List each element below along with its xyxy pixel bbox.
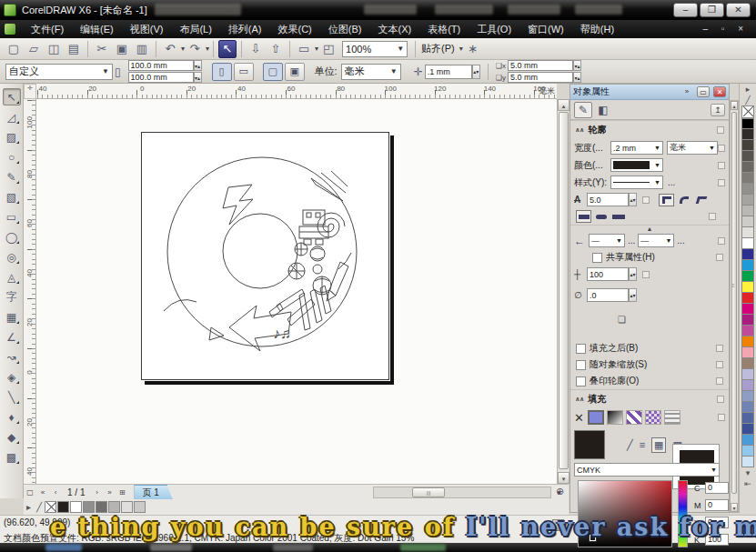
color-swatch[interactable] bbox=[741, 282, 754, 293]
drawing-canvas[interactable]: ♪♫ bbox=[36, 99, 557, 484]
uniform-fill-button[interactable] bbox=[588, 410, 604, 425]
pattern-fill-button[interactable] bbox=[626, 410, 642, 425]
outline-color-combo[interactable]: ▼ bbox=[610, 158, 663, 172]
text-tool[interactable]: 字 bbox=[3, 288, 21, 306]
extended-cap-button[interactable] bbox=[610, 210, 626, 223]
color-swatch[interactable] bbox=[741, 129, 754, 140]
snap-dropdown[interactable]: ▾ bbox=[459, 45, 463, 53]
duplicate-x-field[interactable]: 5.0 mm bbox=[508, 60, 573, 71]
docker-close-button[interactable]: ✕ bbox=[713, 86, 726, 97]
menu-b[interactable]: 位图(B) bbox=[320, 20, 370, 39]
redo-dropdown[interactable]: ▾ bbox=[206, 45, 209, 53]
color-swatch[interactable] bbox=[741, 238, 754, 249]
minimize-button[interactable]: – bbox=[673, 3, 698, 17]
stretch-stepper[interactable]: ▴▾ bbox=[629, 267, 637, 281]
page-height-field[interactable]: 100.0 mm bbox=[128, 72, 194, 83]
open-button[interactable]: ▱ bbox=[25, 40, 43, 58]
round-cap-button[interactable] bbox=[593, 210, 609, 223]
connector-tool[interactable]: ↝ bbox=[3, 348, 21, 366]
fountain-fill-button[interactable] bbox=[607, 410, 623, 425]
color-swatch[interactable] bbox=[741, 249, 754, 260]
freehand-tool[interactable]: ✎ bbox=[3, 168, 21, 186]
end-arrowhead-more[interactable]: ... bbox=[677, 236, 684, 246]
bevel-corner-button[interactable] bbox=[693, 194, 709, 206]
zoom-tool[interactable]: ○ bbox=[3, 148, 21, 166]
color-swatch[interactable] bbox=[741, 227, 754, 238]
outline-width-combo[interactable]: .2 mm▼ bbox=[610, 141, 663, 155]
outline-style-combo[interactable]: ▼ bbox=[610, 176, 663, 189]
palette-eyedropper-icon[interactable]: ╱ bbox=[740, 95, 756, 105]
portrait-button[interactable]: ▯ bbox=[212, 63, 232, 81]
color-swatch[interactable] bbox=[96, 501, 107, 513]
scroll-up-button[interactable]: ▴ bbox=[558, 99, 570, 111]
color-swatch[interactable] bbox=[741, 380, 754, 391]
units-combo[interactable]: 毫米 ▼ bbox=[341, 64, 401, 80]
docker-scrollbar[interactable]: ▴ ≡ ▾ bbox=[730, 100, 739, 513]
pan-zoom-icon[interactable]: ⊕ bbox=[556, 486, 564, 497]
palette-scroll-down-icon[interactable]: ▾ bbox=[740, 467, 756, 478]
vertical-scroll-thumb[interactable] bbox=[559, 112, 569, 469]
paste-button[interactable]: ▥ bbox=[133, 40, 151, 58]
palette-flyout-icon[interactable]: ▸ bbox=[740, 84, 756, 95]
color-swatch[interactable] bbox=[741, 118, 754, 129]
angle-field[interactable]: .0 bbox=[587, 288, 629, 302]
color-swatch[interactable] bbox=[741, 369, 754, 380]
smart-fill-tool[interactable]: ▧ bbox=[3, 188, 21, 206]
undo-dropdown[interactable]: ▾ bbox=[181, 45, 185, 53]
menu-x[interactable]: 文本(X) bbox=[369, 20, 419, 39]
channel-value-field[interactable]: 0 bbox=[705, 482, 729, 494]
mini-checkbox[interactable] bbox=[717, 396, 724, 403]
outline-section-header[interactable]: ∧∧ 轮廓 bbox=[570, 120, 729, 139]
round-corner-button[interactable] bbox=[676, 194, 691, 206]
color-swatch[interactable] bbox=[121, 501, 133, 513]
docker-collapse-icon[interactable]: » bbox=[680, 86, 693, 97]
duplicate-y-field[interactable]: 5.0 mm bbox=[508, 72, 573, 83]
angle-stepper[interactable]: ▴▾ bbox=[629, 288, 637, 302]
menu-l[interactable]: 布局(L) bbox=[171, 20, 219, 39]
menu-c[interactable]: 效果(C) bbox=[270, 20, 320, 39]
style-more-button[interactable]: ... bbox=[668, 177, 675, 187]
mini-checkbox[interactable] bbox=[716, 361, 723, 368]
duplicate-y-stepper[interactable]: ▾▴ bbox=[573, 72, 581, 83]
color-swatch[interactable] bbox=[741, 162, 754, 173]
color-swatch[interactable] bbox=[741, 402, 754, 413]
menu-o[interactable]: 工具(O) bbox=[469, 20, 519, 39]
restore-button[interactable]: ❐ bbox=[700, 3, 724, 17]
color-swatch[interactable] bbox=[741, 347, 754, 358]
last-page-button[interactable]: » bbox=[103, 487, 116, 498]
menu-f[interactable]: 文件(F) bbox=[23, 20, 72, 39]
color-swatch[interactable] bbox=[70, 501, 82, 513]
fill-eyedropper-icon[interactable]: ╱ bbox=[627, 439, 633, 451]
document-window-controls[interactable]: – ▫ × bbox=[702, 24, 749, 34]
add-page-button[interactable]: ⊞ bbox=[116, 487, 128, 498]
color-swatch[interactable] bbox=[741, 424, 754, 435]
outline-pen-tool[interactable]: ♦ bbox=[3, 408, 21, 426]
mini-checkbox[interactable] bbox=[718, 162, 725, 169]
color-eyedropper-tool[interactable]: ╲ bbox=[3, 388, 21, 406]
start-arrowhead-combo[interactable]: —▼ bbox=[589, 234, 625, 247]
save-button[interactable]: ◫ bbox=[45, 40, 63, 58]
color-swatch[interactable] bbox=[741, 195, 754, 206]
docker-scroll-thumb[interactable] bbox=[731, 112, 737, 494]
color-swatch[interactable] bbox=[741, 206, 754, 216]
color-swatch[interactable] bbox=[741, 435, 754, 446]
next-page-button[interactable]: › bbox=[90, 487, 103, 498]
stretch-field[interactable]: 100 bbox=[587, 267, 629, 281]
page-width-field[interactable]: 100.0 mm bbox=[128, 60, 194, 71]
color-swatch[interactable] bbox=[741, 457, 754, 467]
print-button[interactable]: ▤ bbox=[65, 40, 83, 58]
fill-palette-view-icon[interactable]: ▦ bbox=[651, 437, 666, 453]
color-swatch[interactable] bbox=[741, 216, 754, 227]
blend-tool[interactable]: ◈ bbox=[3, 368, 21, 386]
menu-t[interactable]: 表格(T) bbox=[419, 20, 469, 39]
no-color-swatch[interactable] bbox=[741, 105, 754, 118]
landscape-button[interactable]: ▭ bbox=[234, 63, 254, 81]
fill-section-header[interactable]: ∧∧ 填充 bbox=[570, 389, 729, 408]
miter-stepper[interactable]: ▴▾ bbox=[629, 193, 637, 206]
fill-tool[interactable]: ◆ bbox=[3, 428, 21, 446]
mini-checkbox[interactable] bbox=[716, 377, 723, 385]
prev-page-button[interactable]: ‹ bbox=[49, 487, 62, 498]
horizontal-ruler[interactable]: 4020020406080100120140160 bbox=[36, 84, 557, 99]
no-fill-button[interactable]: ✕ bbox=[574, 411, 584, 425]
all-pages-button[interactable]: ▢ bbox=[263, 63, 283, 81]
